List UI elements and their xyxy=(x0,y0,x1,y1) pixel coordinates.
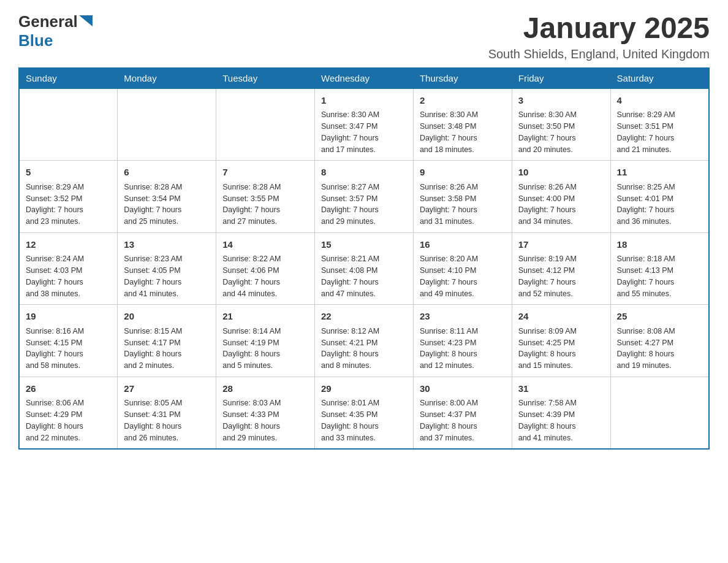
calendar-cell: 8Sunrise: 8:27 AM Sunset: 3:57 PM Daylig… xyxy=(315,161,414,233)
day-number: 15 xyxy=(321,238,407,252)
title-block: January 2025 South Shields, England, Uni… xyxy=(488,12,710,61)
month-title: January 2025 xyxy=(488,12,710,45)
calendar-cell: 7Sunrise: 8:28 AM Sunset: 3:55 PM Daylig… xyxy=(216,161,315,233)
calendar-cell: 2Sunrise: 8:30 AM Sunset: 3:48 PM Daylig… xyxy=(413,88,512,161)
weekday-header-wednesday: Wednesday xyxy=(315,67,414,88)
page-header: General Blue January 2025 South Shields,… xyxy=(18,12,710,61)
day-info: Sunrise: 8:26 AM Sunset: 4:00 PM Dayligh… xyxy=(518,182,604,228)
calendar-week-1: 1Sunrise: 8:30 AM Sunset: 3:47 PM Daylig… xyxy=(19,88,709,161)
calendar-cell xyxy=(216,88,315,161)
calendar-cell xyxy=(19,88,118,161)
day-info: Sunrise: 8:27 AM Sunset: 3:57 PM Dayligh… xyxy=(321,182,407,228)
calendar-cell: 12Sunrise: 8:24 AM Sunset: 4:03 PM Dayli… xyxy=(19,232,118,305)
weekday-header-monday: Monday xyxy=(118,67,216,88)
day-info: Sunrise: 8:23 AM Sunset: 4:05 PM Dayligh… xyxy=(124,253,210,299)
day-number: 3 xyxy=(518,94,604,108)
day-info: Sunrise: 8:16 AM Sunset: 4:15 PM Dayligh… xyxy=(26,326,111,372)
day-number: 30 xyxy=(420,382,506,396)
day-info: Sunrise: 8:30 AM Sunset: 3:47 PM Dayligh… xyxy=(321,109,407,155)
calendar-cell: 3Sunrise: 8:30 AM Sunset: 3:50 PM Daylig… xyxy=(512,88,610,161)
day-info: Sunrise: 8:00 AM Sunset: 4:37 PM Dayligh… xyxy=(420,397,506,443)
weekday-header-sunday: Sunday xyxy=(19,67,118,88)
day-info: Sunrise: 8:15 AM Sunset: 4:17 PM Dayligh… xyxy=(124,326,210,372)
calendar-cell: 5Sunrise: 8:29 AM Sunset: 3:52 PM Daylig… xyxy=(19,161,118,233)
weekday-header-thursday: Thursday xyxy=(413,67,512,88)
day-info: Sunrise: 7:58 AM Sunset: 4:39 PM Dayligh… xyxy=(518,397,604,443)
calendar-cell: 31Sunrise: 7:58 AM Sunset: 4:39 PM Dayli… xyxy=(512,377,610,449)
calendar-cell: 11Sunrise: 8:25 AM Sunset: 4:01 PM Dayli… xyxy=(610,161,709,233)
day-info: Sunrise: 8:20 AM Sunset: 4:10 PM Dayligh… xyxy=(420,253,506,299)
day-number: 23 xyxy=(420,310,506,324)
day-info: Sunrise: 8:25 AM Sunset: 4:01 PM Dayligh… xyxy=(617,182,702,228)
day-number: 26 xyxy=(26,382,111,396)
day-number: 24 xyxy=(518,310,604,324)
calendar-cell: 4Sunrise: 8:29 AM Sunset: 3:51 PM Daylig… xyxy=(610,88,709,161)
day-number: 4 xyxy=(617,94,702,108)
calendar-cell: 24Sunrise: 8:09 AM Sunset: 4:25 PM Dayli… xyxy=(512,305,610,377)
day-number: 28 xyxy=(222,382,308,396)
calendar-week-4: 19Sunrise: 8:16 AM Sunset: 4:15 PM Dayli… xyxy=(19,305,709,377)
location-title: South Shields, England, United Kingdom xyxy=(488,47,710,61)
day-number: 19 xyxy=(26,310,111,324)
day-number: 27 xyxy=(124,382,210,396)
weekday-header-tuesday: Tuesday xyxy=(216,67,315,88)
logo-general-text: General xyxy=(18,12,78,31)
day-number: 8 xyxy=(321,166,407,180)
svg-marker-0 xyxy=(79,15,93,26)
day-info: Sunrise: 8:06 AM Sunset: 4:29 PM Dayligh… xyxy=(26,397,111,443)
weekday-header-friday: Friday xyxy=(512,67,610,88)
day-info: Sunrise: 8:29 AM Sunset: 3:52 PM Dayligh… xyxy=(26,182,111,228)
calendar-week-5: 26Sunrise: 8:06 AM Sunset: 4:29 PM Dayli… xyxy=(19,377,709,449)
calendar-cell: 21Sunrise: 8:14 AM Sunset: 4:19 PM Dayli… xyxy=(216,305,315,377)
day-number: 14 xyxy=(222,238,308,252)
day-info: Sunrise: 8:22 AM Sunset: 4:06 PM Dayligh… xyxy=(222,253,308,299)
calendar-cell: 1Sunrise: 8:30 AM Sunset: 3:47 PM Daylig… xyxy=(315,88,414,161)
day-number: 22 xyxy=(321,310,407,324)
day-info: Sunrise: 8:26 AM Sunset: 3:58 PM Dayligh… xyxy=(420,182,506,228)
day-info: Sunrise: 8:21 AM Sunset: 4:08 PM Dayligh… xyxy=(321,253,407,299)
calendar-cell: 29Sunrise: 8:01 AM Sunset: 4:35 PM Dayli… xyxy=(315,377,414,449)
logo-blue-text: Blue xyxy=(18,31,53,50)
calendar-cell: 6Sunrise: 8:28 AM Sunset: 3:54 PM Daylig… xyxy=(118,161,216,233)
day-number: 16 xyxy=(420,238,506,252)
calendar-cell: 9Sunrise: 8:26 AM Sunset: 3:58 PM Daylig… xyxy=(413,161,512,233)
calendar-cell: 10Sunrise: 8:26 AM Sunset: 4:00 PM Dayli… xyxy=(512,161,610,233)
day-number: 21 xyxy=(222,310,308,324)
calendar-cell: 13Sunrise: 8:23 AM Sunset: 4:05 PM Dayli… xyxy=(118,232,216,305)
day-number: 31 xyxy=(518,382,604,396)
day-info: Sunrise: 8:14 AM Sunset: 4:19 PM Dayligh… xyxy=(222,326,308,372)
calendar-header-row: SundayMondayTuesdayWednesdayThursdayFrid… xyxy=(19,67,709,88)
day-info: Sunrise: 8:24 AM Sunset: 4:03 PM Dayligh… xyxy=(26,253,111,299)
weekday-header-saturday: Saturday xyxy=(610,67,709,88)
calendar-cell: 14Sunrise: 8:22 AM Sunset: 4:06 PM Dayli… xyxy=(216,232,315,305)
calendar-cell: 25Sunrise: 8:08 AM Sunset: 4:27 PM Dayli… xyxy=(610,305,709,377)
calendar-cell: 26Sunrise: 8:06 AM Sunset: 4:29 PM Dayli… xyxy=(19,377,118,449)
day-number: 5 xyxy=(26,166,111,180)
calendar-cell: 16Sunrise: 8:20 AM Sunset: 4:10 PM Dayli… xyxy=(413,232,512,305)
logo-triangle-icon xyxy=(79,15,93,29)
day-number: 20 xyxy=(124,310,210,324)
logo: General Blue xyxy=(18,12,93,50)
day-info: Sunrise: 8:30 AM Sunset: 3:50 PM Dayligh… xyxy=(518,109,604,155)
calendar-cell xyxy=(118,88,216,161)
calendar-cell: 27Sunrise: 8:05 AM Sunset: 4:31 PM Dayli… xyxy=(118,377,216,449)
calendar-cell: 28Sunrise: 8:03 AM Sunset: 4:33 PM Dayli… xyxy=(216,377,315,449)
day-info: Sunrise: 8:12 AM Sunset: 4:21 PM Dayligh… xyxy=(321,326,407,372)
day-number: 17 xyxy=(518,238,604,252)
day-number: 6 xyxy=(124,166,210,180)
day-info: Sunrise: 8:28 AM Sunset: 3:54 PM Dayligh… xyxy=(124,182,210,228)
calendar-cell: 23Sunrise: 8:11 AM Sunset: 4:23 PM Dayli… xyxy=(413,305,512,377)
day-info: Sunrise: 8:11 AM Sunset: 4:23 PM Dayligh… xyxy=(420,326,506,372)
day-info: Sunrise: 8:29 AM Sunset: 3:51 PM Dayligh… xyxy=(617,109,702,155)
day-number: 18 xyxy=(617,238,702,252)
calendar-cell: 15Sunrise: 8:21 AM Sunset: 4:08 PM Dayli… xyxy=(315,232,414,305)
day-number: 11 xyxy=(617,166,702,180)
calendar-cell: 17Sunrise: 8:19 AM Sunset: 4:12 PM Dayli… xyxy=(512,232,610,305)
day-number: 10 xyxy=(518,166,604,180)
day-number: 7 xyxy=(222,166,308,180)
calendar-cell xyxy=(610,377,709,449)
day-number: 25 xyxy=(617,310,702,324)
day-number: 13 xyxy=(124,238,210,252)
calendar-cell: 22Sunrise: 8:12 AM Sunset: 4:21 PM Dayli… xyxy=(315,305,414,377)
day-info: Sunrise: 8:01 AM Sunset: 4:35 PM Dayligh… xyxy=(321,397,407,443)
